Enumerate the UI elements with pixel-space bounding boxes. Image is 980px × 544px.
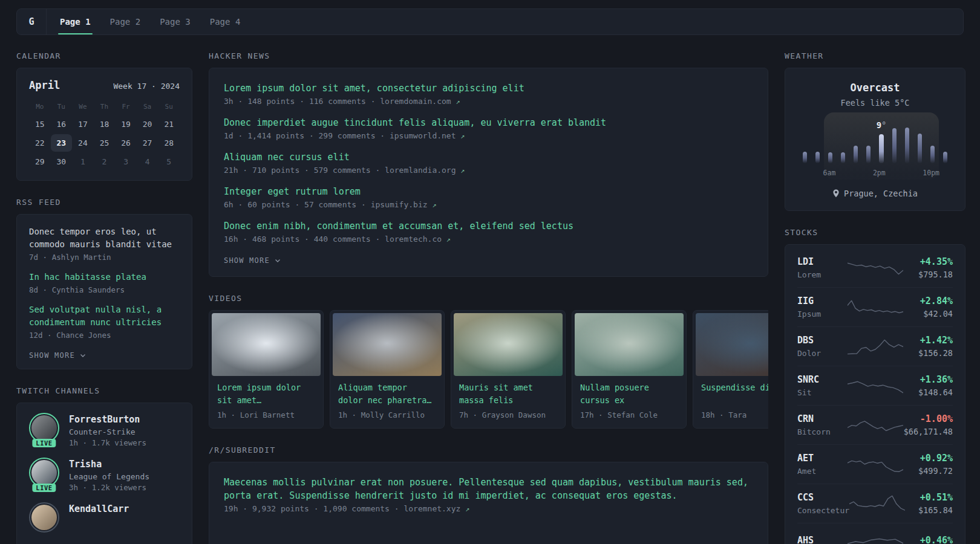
nav-tab[interactable]: Page 4 [208,9,243,34]
calendar-weekday: Th [94,102,116,112]
videos-section-title: VIDEOS [209,294,768,303]
video-card[interactable]: Suspendisse diam 18h · Tara [693,310,768,429]
post-meta-text: 21h · 710 points · 579 comments · [224,166,385,175]
nav-tab[interactable]: Page 2 [108,9,143,34]
twitch-channel-row[interactable]: LIVE KendallCarr [29,502,180,533]
external-link-icon: ↗ [446,235,451,244]
weather-bar [854,146,858,163]
stock-row[interactable]: DBS Dolor +1.42% $156.28 [797,326,953,366]
videos-row: Lorem ipsum dolor sit amet consectetu… 1… [209,310,768,429]
post-domain-link[interactable]: ipsumworld.net ↗ [390,131,465,140]
stock-name: Dolor [797,349,848,358]
stock-row[interactable]: CCS Consectetur +0.51% $165.84 [797,484,953,523]
calendar-day: 16 [51,115,73,133]
avatar-image [31,505,57,530]
video-card[interactable]: Nullam posuere cursus ex 17h · Stefan Co… [572,310,687,429]
post-title[interactable]: Aliquam nec cursus elit [224,151,753,164]
weather-current-temp: 9° [877,120,887,130]
nav-tabs: Page 1 Page 2 Page 3 Page 4 [47,9,253,34]
subreddit-widget: /R/SUBREDDIT Maecenas mollis pulvinar er… [209,445,768,544]
calendar-month: April [29,79,60,91]
nav-tab-label: Page 2 [110,17,141,27]
post: Maecenas mollis pulvinar erat non posuer… [224,476,753,513]
twitch-channel-row[interactable]: LIVE Trisha League of Legends 3h · 1.2k … [29,458,180,492]
rss-item-title[interactable]: Sed volutpat nulla nisl, a condimentum n… [29,303,180,329]
avatar: LIVE [29,502,59,533]
post-title[interactable]: Maecenas mollis pulvinar erat non posuer… [224,476,753,502]
twitch-channel-meta: 1h · 1.7k viewers [69,438,146,447]
external-link-icon: ↗ [432,201,436,209]
hacker-news-show-more-button[interactable]: SHOW MORE [224,256,281,265]
weather-bar [930,146,935,163]
post-domain-link[interactable]: loremtech.co ↗ [385,235,451,244]
post: Lorem ipsum dolor sit amet, consectetur … [224,82,753,106]
nav-tab-label: Page 4 [210,17,241,27]
video-title: Aliquam tempor dolor nec pharetra… [338,381,436,407]
nav-tab[interactable]: Page 1 [58,9,93,34]
post-title[interactable]: Lorem ipsum dolor sit amet, consectetur … [224,82,753,95]
stock-ticker: AHS [797,535,848,544]
calendar-day: 22 [29,134,51,152]
video-card[interactable]: Aliquam tempor dolor nec pharetra… 1h · … [330,310,445,429]
twitch-channel-row[interactable]: LIVE ForrestBurton Counter-Strike 1h · 1… [29,413,180,447]
weather-time-label [939,169,952,177]
weather-bar-slot [862,126,875,163]
stock-change: -1.00% [903,413,953,424]
stock-row[interactable]: CRN Bitcorn -1.00% $66,171.48 [797,405,953,444]
post-title[interactable]: Integer eget rutrum lorem [224,185,753,198]
nav-tab[interactable]: Page 3 [158,9,192,34]
rss-show-more-button[interactable]: SHOW MORE [29,351,87,360]
video-card[interactable]: Mauris sit amet massa felis 7h · Grayson… [451,310,566,429]
calendar-day: 19 [115,115,137,133]
rss-card: Donec tempor eros leo, ut commodo mauris… [16,214,192,369]
video-title: Suspendisse diam [701,381,768,407]
weather-time-label [811,169,823,177]
calendar-day: 28 [158,134,180,152]
stocks-section-title: STOCKS [785,228,965,237]
calendar-widget: CALENDAR April Week 17 · 2024 MoTuWeThFr… [16,51,192,181]
stock-change: +0.46% [903,535,953,544]
video-card[interactable]: Lorem ipsum dolor sit amet consectetu… 1… [209,310,324,429]
post-domain-link[interactable]: loremlandia.org ↗ [385,166,465,175]
weather-bar-slot [901,126,913,163]
weather-location-text: Prague, Czechia [844,189,918,198]
hacker-news-list: Lorem ipsum dolor sit amet, consectetur … [224,82,753,244]
stock-row[interactable]: SNRC Sit +1.36% $148.64 [797,366,953,405]
post-meta-text: 6h · 60 points · 57 comments · [224,200,371,209]
post-domain-link[interactable]: ipsumify.biz ↗ [371,200,437,209]
post-meta: 3h · 148 points · 116 comments · loremdo… [224,97,753,106]
twitch-card: LIVE ForrestBurton Counter-Strike 1h · 1… [16,403,192,544]
rss-item-title[interactable]: In hac habitasse platea [29,271,180,283]
rss-item: In hac habitasse platea 8d · Cynthia Sau… [29,271,180,294]
weather-bar-slot: 9° [875,126,888,163]
weather-bar [866,146,871,163]
stock-row[interactable]: AHS +0.46% [797,523,953,544]
video-thumbnail [575,313,684,376]
stock-row[interactable]: IIG Ipsum +2.84% $42.04 [797,287,953,326]
rss-item-meta: 12d · Chance Jones [29,331,180,340]
hacker-news-widget: HACKER NEWS Lorem ipsum dolor sit amet, … [209,51,768,277]
rss-item-title[interactable]: Donec tempor eros leo, ut commodo mauris… [29,225,180,251]
twitch-channel-name: KendallCarr [69,503,129,515]
post-domain-link[interactable]: loremnet.xyz ↗ [403,504,469,513]
weather-bar-slot [913,126,926,163]
location-pin-icon [832,189,840,198]
rss-list: Donec tempor eros leo, ut commodo mauris… [29,225,180,340]
calendar-day: 15 [29,115,51,133]
calendar-weekday-row: MoTuWeThFrSaSu [29,102,180,112]
stock-row[interactable]: LDI Lorem +4.35% $795.18 [797,248,953,287]
post: Donec enim nibh, condimentum et accumsan… [224,219,753,244]
stock-price: $42.04 [903,309,953,319]
rss-item: Donec tempor eros leo, ut commodo mauris… [29,225,180,262]
calendar-day-grid: 1516171819202122232425262728293012345 [29,115,180,170]
weather-section-title: WEATHER [785,51,965,60]
post-title[interactable]: Donec enim nibh, condimentum et accumsan… [224,219,753,233]
post-domain-link[interactable]: loremdomain.com ↗ [380,97,460,106]
post-meta: 16h · 468 points · 440 comments · loremt… [224,235,753,244]
avatar-image [31,460,57,485]
weather-bar [803,152,807,163]
hacker-news-section-title: HACKER NEWS [209,51,768,60]
post-title[interactable]: Donec imperdiet augue tincidunt felis al… [224,116,753,129]
stock-row[interactable]: AET Amet +0.92% $499.72 [797,444,953,484]
chevron-down-icon [274,257,281,264]
